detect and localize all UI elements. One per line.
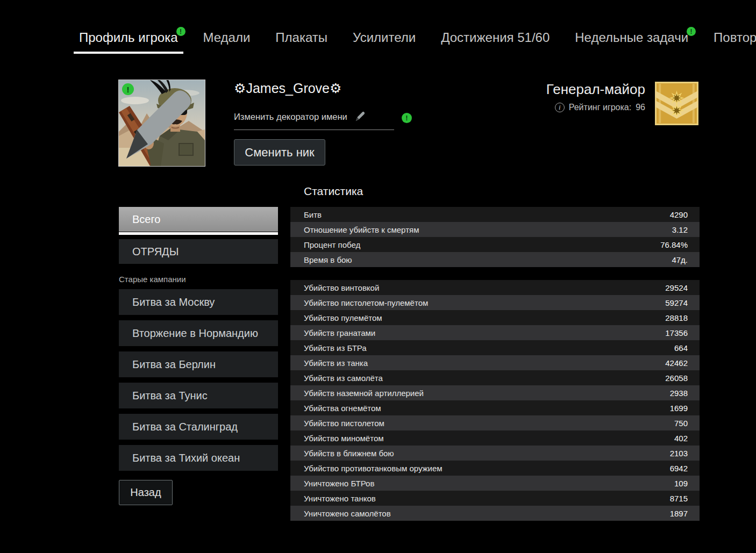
tab-achievements[interactable]: Достижения 51/60	[436, 27, 555, 54]
edit-name-decorator[interactable]: Изменить декоратор имени	[234, 111, 394, 130]
tab-posters[interactable]: Плакаты	[270, 27, 333, 54]
sidebar-item-label: Вторжение в Нормандию	[132, 327, 258, 340]
stat-row: Отношение убийств к смертям 3.12	[290, 222, 700, 237]
stat-row: Убийство пистолетом 750	[290, 415, 700, 430]
stat-value: 402	[674, 434, 688, 443]
stat-value: 76.84%	[660, 240, 688, 249]
stat-row: Уничтожено танков 8715	[290, 491, 700, 506]
stat-value: 29524	[665, 283, 688, 292]
stat-value: 17356	[665, 328, 688, 337]
sidebar-item-label: Всего	[132, 213, 160, 226]
alert-badge-icon: !	[176, 27, 186, 36]
stat-label: Убийств из БТРа	[304, 343, 367, 353]
player-rating-row: i Рейтинг игрока: 96	[430, 103, 645, 112]
tab-bar: Профиль игрока ! Медали Плакаты Усилител…	[74, 27, 756, 54]
sidebar-item-campaign-pacific[interactable]: Битва за Тихий океан	[119, 445, 278, 471]
sidebar-item-campaign-normandy[interactable]: Вторжение в Нормандию	[119, 320, 278, 346]
edit-avatar-pencil-icon[interactable]	[116, 83, 202, 169]
rank-insignia	[655, 82, 698, 125]
tab-medals[interactable]: Медали	[198, 27, 256, 54]
sidebar-item-campaign-tunisia[interactable]: Битва за Тунис	[119, 383, 278, 408]
stat-value: 6942	[670, 464, 688, 473]
stat-row: Убийств гранатами 17356	[290, 325, 700, 340]
tab-label: Достижения 51/60	[441, 30, 550, 45]
stat-label: Уничтожено самолётов	[304, 509, 391, 518]
stat-value: 59274	[665, 298, 688, 307]
stat-row: Процент побед 76.84%	[290, 237, 700, 252]
sidebar-item-campaign-berlin[interactable]: Битва за Берлин	[119, 351, 278, 377]
stat-row: Убийств наземной артиллерией 2938	[290, 385, 700, 400]
stat-row: Убийств из БТРа 664	[290, 340, 700, 355]
sidebar-item-label: Битва за Берлин	[132, 358, 216, 371]
stat-value: 2938	[670, 389, 688, 398]
stat-value: 2103	[670, 449, 688, 458]
avatar[interactable]: !	[118, 80, 205, 167]
stat-label: Убийство пистолетом-пулемётом	[304, 298, 428, 307]
stat-label: Процент побед	[304, 240, 360, 249]
alert-badge-icon: !	[687, 27, 696, 36]
stats-details-table: Убийство винтовкой 29524 Убийство пистол…	[290, 280, 700, 521]
stat-label: Убийств из самолёта	[304, 374, 383, 383]
stat-label: Убийство миномётом	[304, 434, 384, 443]
info-icon[interactable]: i	[555, 103, 565, 112]
stat-row: Убийство пистолетом-пулемётом 59274	[290, 295, 700, 310]
tab-replays[interactable]: Повторы	[708, 27, 756, 54]
stat-row: Время в бою 47д.	[290, 252, 700, 267]
tab-boosters[interactable]: Усилители	[347, 27, 421, 54]
sidebar-item-total[interactable]: Всего	[119, 207, 278, 232]
stat-value: 42462	[665, 358, 688, 368]
stat-label: Убийств гранатами	[304, 328, 375, 337]
stat-value: 26058	[665, 374, 688, 383]
stat-label: Время в бою	[304, 255, 352, 264]
tab-player-profile[interactable]: Профиль игрока !	[74, 27, 183, 54]
sidebar-item-squads[interactable]: ОТРЯДЫ	[119, 239, 278, 264]
stat-row: Убийство миномётом 402	[290, 430, 700, 446]
stat-label: Убийство противотанковым оружием	[304, 464, 443, 473]
old-campaigns-label: Старые кампании	[119, 275, 186, 284]
sidebar-item-label: Битва за Сталинград	[132, 421, 238, 433]
rank-title: Генерал-майор	[430, 81, 645, 98]
pencil-icon	[354, 111, 366, 123]
player-name: ⚙James_Grove⚙	[234, 81, 341, 96]
rating-value: 96	[636, 103, 645, 112]
stat-row: Уничтожено БТРов 109	[290, 476, 700, 491]
stat-label: Убийств в ближнем бою	[304, 449, 394, 458]
stat-row: Убийств из самолёта 26058	[290, 370, 700, 385]
change-nick-button[interactable]: Сменить ник	[234, 139, 325, 166]
tab-label: Усилители	[353, 30, 416, 45]
stat-value: 1897	[670, 509, 688, 518]
rating-label: Рейтинг игрока:	[569, 103, 631, 112]
alert-badge-icon: !	[402, 113, 412, 123]
stat-row: Уничтожено самолётов 1897	[290, 506, 700, 521]
stat-label: Уничтожено танков	[304, 494, 376, 503]
back-button[interactable]: Назад	[119, 480, 173, 505]
tab-weekly-tasks[interactable]: Недельные задачи !	[569, 27, 694, 54]
stat-label: Уничтожено БТРов	[304, 479, 374, 488]
stats-title: Статистика	[304, 185, 363, 198]
stat-label: Отношение убийств к смертям	[304, 225, 419, 234]
stat-label: Битв	[304, 210, 322, 219]
stat-row: Убийство пулемётом 28818	[290, 310, 700, 325]
rank-block: Генерал-майор i Рейтинг игрока: 96	[430, 81, 645, 112]
stat-value: 1699	[670, 404, 688, 413]
stat-row: Убийство винтовкой 29524	[290, 280, 700, 295]
stat-label: Убийств наземной артиллерией	[304, 389, 424, 398]
sidebar-item-campaign-moscow[interactable]: Битва за Москву	[119, 289, 278, 315]
stat-label: Убийства огнемётом	[304, 404, 381, 413]
stat-value: 8715	[670, 494, 688, 503]
tab-label: Повторы	[714, 30, 756, 45]
tab-label: Недельные задачи	[575, 30, 688, 45]
stat-row: Убийств из танка 42462	[290, 355, 700, 370]
stat-value: 750	[674, 419, 688, 428]
stat-row: Убийств в ближнем бою 2103	[290, 446, 700, 461]
sidebar-item-campaign-stalingrad[interactable]: Битва за Сталинград	[119, 414, 278, 440]
stat-value: 47д.	[672, 255, 688, 264]
stat-value: 109	[674, 479, 688, 488]
stat-value: 4290	[670, 210, 688, 219]
stat-label: Убийство пулемётом	[304, 313, 382, 322]
stat-label: Убийств из танка	[304, 358, 368, 368]
stats-summary-table: Битв 4290 Отношение убийств к смертям 3.…	[290, 207, 700, 267]
stat-value: 28818	[665, 313, 688, 322]
sidebar-selected-underline	[119, 232, 278, 235]
sidebar-item-label: Битва за Тихий океан	[132, 452, 240, 464]
